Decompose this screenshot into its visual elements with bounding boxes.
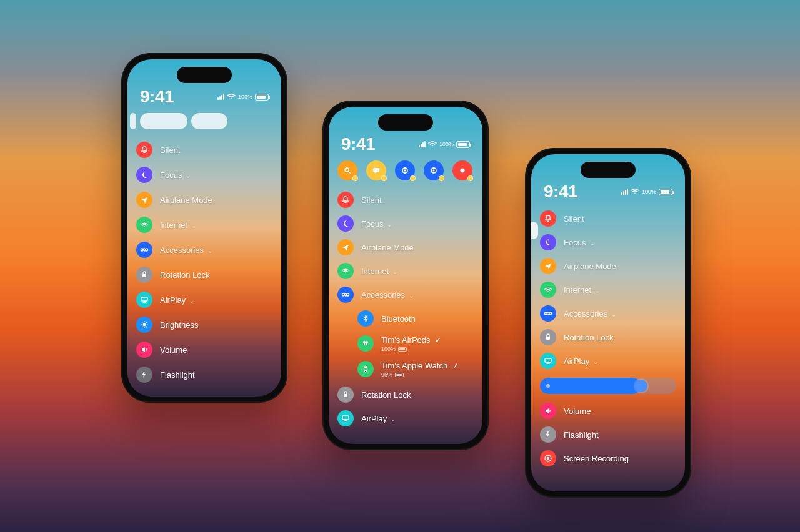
control-row-internet[interactable]: Internet ⌄ bbox=[338, 263, 474, 279]
control-row-rotation-lock[interactable]: Rotation Lock bbox=[540, 329, 676, 345]
row-text: Bluetooth bbox=[381, 313, 416, 324]
row-text: Volume bbox=[160, 344, 187, 355]
row-text: Tim's Apple Watch ✓96% bbox=[381, 360, 459, 378]
bell-icon bbox=[136, 142, 152, 158]
row-text: Internet ⌄ bbox=[361, 265, 398, 277]
cellular-icon bbox=[419, 141, 426, 147]
quick-chip[interactable] bbox=[366, 160, 386, 180]
chevron-down-icon: ⌄ bbox=[595, 287, 600, 294]
row-text: Rotation Lock bbox=[564, 332, 614, 343]
quick-chip[interactable] bbox=[395, 160, 415, 180]
chevron-down-icon: ⌄ bbox=[611, 311, 616, 318]
check-icon: ✓ bbox=[452, 362, 459, 370]
badge-dot bbox=[410, 175, 416, 181]
phone-right: 9:41 100% SilentFocus ⌄Airplane ModeInte… bbox=[525, 148, 691, 498]
row-text: Rotation Lock bbox=[160, 269, 210, 280]
control-row-accessories[interactable]: Accessories ⌄ bbox=[338, 287, 474, 303]
row-label: Focus ⌄ bbox=[564, 238, 594, 247]
control-row-volume[interactable]: Volume bbox=[136, 342, 272, 358]
control-row-tim-s-airpods[interactable]: Tim's AirPods ✓100% bbox=[358, 334, 474, 352]
filter-pill[interactable] bbox=[140, 113, 188, 129]
row-text: Brightness bbox=[160, 319, 198, 330]
quick-chip[interactable] bbox=[424, 160, 444, 180]
bell-icon bbox=[338, 192, 354, 208]
wifi-icon bbox=[540, 282, 556, 298]
control-row-airplane-mode[interactable]: Airplane Mode bbox=[540, 258, 676, 274]
row-label: Airplane Mode bbox=[160, 195, 212, 205]
control-row-airplane-mode[interactable]: Airplane Mode bbox=[338, 239, 474, 255]
control-row-airplay[interactable]: AirPlay ⌄ bbox=[136, 292, 272, 308]
wifi-icon bbox=[338, 263, 354, 279]
row-text: Focus ⌄ bbox=[361, 218, 392, 229]
row-label: Silent bbox=[361, 195, 382, 205]
row-text: Flashlight bbox=[160, 369, 195, 380]
status-bar: 9:41 100% bbox=[128, 87, 281, 107]
row-label: Accessories ⌄ bbox=[564, 309, 616, 318]
control-row-rotation-lock[interactable]: Rotation Lock bbox=[136, 267, 272, 283]
battery-icon bbox=[456, 141, 470, 148]
row-label: Accessories ⌄ bbox=[361, 290, 414, 300]
vol-icon bbox=[540, 403, 556, 419]
filter-pill[interactable] bbox=[130, 113, 136, 129]
control-row-silent[interactable]: Silent bbox=[540, 210, 676, 227]
control-row-brightness[interactable]: Brightness bbox=[136, 317, 272, 333]
brightness-slider[interactable] bbox=[540, 378, 676, 394]
row-text: Volume bbox=[564, 405, 591, 416]
plane-icon bbox=[540, 258, 556, 274]
control-center: SilentFocus ⌄Airplane ModeInternet ⌄Acce… bbox=[329, 160, 482, 444]
control-row-internet[interactable]: Internet ⌄ bbox=[136, 217, 272, 233]
battery-icon bbox=[395, 373, 404, 377]
control-row-accessories[interactable]: Accessories ⌄ bbox=[136, 242, 272, 258]
control-row-flashlight[interactable]: Flashlight bbox=[540, 426, 676, 443]
control-row-accessories[interactable]: Accessories ⌄ bbox=[540, 305, 676, 322]
control-list: SilentFocus ⌄Airplane ModeInternet ⌄Acce… bbox=[540, 210, 676, 369]
row-label: Accessories ⌄ bbox=[160, 245, 212, 255]
flash-icon bbox=[136, 367, 152, 383]
control-row-focus[interactable]: Focus ⌄ bbox=[136, 167, 272, 183]
status-indicators: 100% bbox=[621, 187, 672, 196]
control-row-silent[interactable]: Silent bbox=[338, 192, 474, 208]
moon-icon bbox=[338, 215, 354, 232]
control-row-focus[interactable]: Focus ⌄ bbox=[540, 234, 676, 250]
control-row-volume[interactable]: Volume bbox=[540, 403, 676, 419]
control-row-rotation-lock[interactable]: Rotation Lock bbox=[338, 387, 474, 403]
control-row-focus[interactable]: Focus ⌄ bbox=[338, 215, 474, 232]
row-text: Focus ⌄ bbox=[160, 169, 191, 180]
row-label: Volume bbox=[564, 406, 591, 416]
control-row-bluetooth[interactable]: Bluetooth bbox=[358, 310, 474, 327]
wifi-icon bbox=[631, 187, 639, 196]
bell-icon bbox=[540, 210, 556, 227]
control-row-silent[interactable]: Silent bbox=[136, 142, 272, 158]
stage: 9:41 100% SilentFocus ⌄Airplane ModeInte… bbox=[0, 0, 800, 532]
control-row-airplay[interactable]: AirPlay ⌄ bbox=[338, 410, 474, 426]
battery-icon bbox=[398, 347, 407, 352]
clock: 9:41 bbox=[140, 87, 174, 107]
row-text: Internet ⌄ bbox=[160, 219, 196, 230]
row-label: Bluetooth bbox=[381, 314, 416, 323]
link-icon bbox=[540, 305, 556, 322]
chevron-down-icon: ⌄ bbox=[387, 221, 392, 228]
moon-icon bbox=[540, 234, 556, 250]
rec-icon bbox=[540, 450, 556, 466]
control-row-airplay[interactable]: AirPlay ⌄ bbox=[540, 353, 676, 369]
dynamic-island bbox=[378, 114, 433, 131]
row-text: Focus ⌄ bbox=[564, 237, 594, 248]
brightness-fill bbox=[540, 378, 641, 394]
lock-icon bbox=[338, 387, 354, 403]
link-icon bbox=[136, 242, 152, 258]
filter-pill[interactable] bbox=[191, 113, 228, 129]
chevron-down-icon: ⌄ bbox=[186, 172, 191, 179]
row-label: Internet ⌄ bbox=[361, 267, 398, 276]
control-center: SilentFocus ⌄Airplane ModeInternet ⌄Acce… bbox=[128, 113, 281, 397]
control-row-airplane-mode[interactable]: Airplane Mode bbox=[136, 192, 272, 208]
airplay-icon bbox=[540, 353, 556, 369]
row-label: Focus ⌄ bbox=[361, 219, 392, 229]
control-row-flashlight[interactable]: Flashlight bbox=[136, 367, 272, 383]
control-row-internet[interactable]: Internet ⌄ bbox=[540, 282, 676, 298]
brightness-knob[interactable] bbox=[635, 380, 648, 392]
control-row-tim-s-apple-watch[interactable]: Tim's Apple Watch ✓96% bbox=[358, 360, 474, 378]
quick-chip[interactable] bbox=[338, 160, 358, 180]
control-row-screen-recording[interactable]: Screen Recording bbox=[540, 450, 676, 466]
quick-chip[interactable] bbox=[452, 160, 472, 180]
brightness-min-dot bbox=[546, 384, 550, 388]
